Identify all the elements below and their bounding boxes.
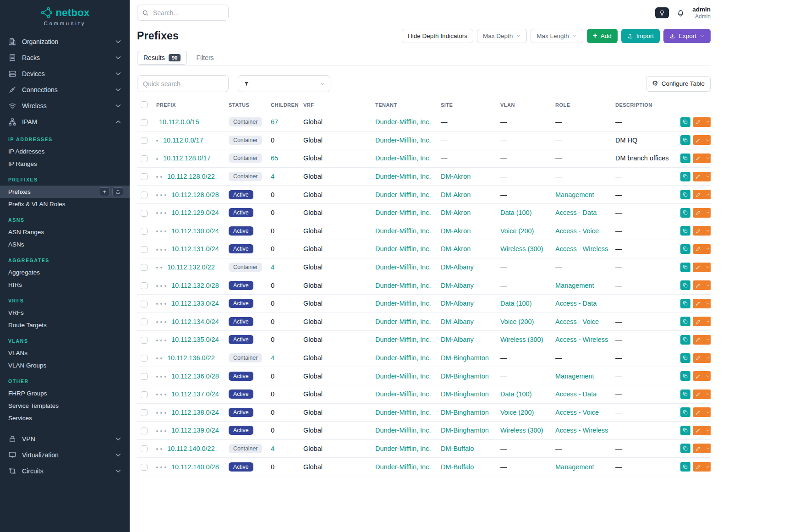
copy-button[interactable] [680,226,690,236]
row-dropdown-button[interactable] [704,280,711,290]
site-link[interactable]: DM-Albany [441,263,474,271]
sidebar-item-aggregates[interactable]: Aggregates [0,266,130,279]
tenant-link[interactable]: Dunder-Mifflin, Inc. [375,354,431,362]
sidebar-item-vrfs[interactable]: VRFs [0,307,130,319]
edit-button[interactable] [693,335,704,345]
tenant-link[interactable]: Dunder-Mifflin, Inc. [375,227,431,235]
tenant-link[interactable]: Dunder-Mifflin, Inc. [375,137,431,144]
row-checkbox[interactable] [141,246,148,253]
prefix-link[interactable]: 10.112.129.0/24 [171,209,219,216]
site-link[interactable]: DM-Akron [441,209,471,216]
edit-button[interactable] [693,353,704,363]
copy-button[interactable] [680,154,690,163]
prefix-link[interactable]: 10.112.133.0/24 [171,300,219,307]
copy-button[interactable] [680,190,690,199]
edit-button[interactable] [693,317,704,326]
edit-button[interactable] [693,263,704,272]
tenant-link[interactable]: Dunder-Mifflin, Inc. [375,300,431,307]
site-link[interactable]: DM-Buffalo [441,445,474,452]
sidebar-item-asns[interactable]: ASNs [0,238,130,251]
tenant-link[interactable]: Dunder-Mifflin, Inc. [375,245,431,252]
row-checkbox[interactable] [141,445,148,452]
row-checkbox[interactable] [141,264,148,271]
row-checkbox[interactable] [141,228,148,235]
row-dropdown-button[interactable] [704,335,711,345]
site-link[interactable]: DM-Akron [441,191,471,198]
tenant-link[interactable]: Dunder-Mifflin, Inc. [375,463,431,471]
vlan-link[interactable]: Wireless (300) [500,245,543,252]
prefix-link[interactable]: 10.112.134.0/24 [171,318,219,325]
prefix-link[interactable]: 10.112.135.0/24 [171,336,219,343]
edit-button[interactable] [693,117,704,127]
sidebar-item-rirs[interactable]: RIRs [0,279,130,291]
row-checkbox[interactable] [141,137,148,144]
role-link[interactable]: Access - Wireless [555,427,608,434]
user-menu[interactable]: admin Admin [692,6,711,20]
site-link[interactable]: DM-Akron [441,245,471,252]
edit-button[interactable] [693,208,704,218]
row-dropdown-button[interactable] [704,172,711,181]
row-checkbox[interactable] [141,428,148,434]
sidebar-item-vlans[interactable]: VLANs [0,347,130,359]
prefix-link[interactable]: 10.112.128.0/22 [167,173,215,180]
tenant-link[interactable]: Dunder-Mifflin, Inc. [375,373,431,380]
sidebar-item-ipam[interactable]: IPAM [0,114,130,130]
column-header-status[interactable]: STATUS [225,101,267,113]
vlan-link[interactable]: Data (100) [500,209,532,216]
copy-button[interactable] [680,208,690,218]
copy-button[interactable] [680,135,690,145]
column-header-role[interactable]: ROLE [552,101,612,113]
row-checkbox[interactable] [141,391,148,398]
tenant-link[interactable]: Dunder-Mifflin, Inc. [375,282,431,289]
tenant-link[interactable]: Dunder-Mifflin, Inc. [375,445,431,452]
add-prefixes-button[interactable]: + [99,187,110,196]
sidebar-item-service-templates[interactable]: Service Templates [0,400,130,412]
quick-search-input[interactable] [137,75,229,92]
tenant-link[interactable]: Dunder-Mifflin, Inc. [375,409,431,416]
tenant-link[interactable]: Dunder-Mifflin, Inc. [375,118,431,126]
prefix-link[interactable]: 10.112.128.0/28 [171,191,219,198]
sidebar-item-vlan-groups[interactable]: VLAN Groups [0,359,130,372]
row-dropdown-button[interactable] [704,444,711,453]
children-link[interactable]: 4 [271,173,274,180]
copy-button[interactable] [680,407,690,417]
copy-button[interactable] [680,444,690,453]
site-link[interactable]: DM-Binghamton [441,409,489,416]
copy-button[interactable] [680,462,690,472]
sidebar-item-connections[interactable]: Connections [0,82,130,98]
children-link[interactable]: 4 [271,263,274,271]
vlan-link[interactable]: Wireless (300) [500,427,543,434]
copy-button[interactable] [680,389,690,399]
prefix-link[interactable]: 10.112.139.0/24 [171,427,219,434]
edit-button[interactable] [693,389,704,399]
row-dropdown-button[interactable] [704,317,711,326]
site-link[interactable]: DM-Albany [441,336,474,343]
edit-button[interactable] [693,154,704,163]
row-dropdown-button[interactable] [704,371,711,381]
role-link[interactable]: Access - Data [555,209,597,216]
tenant-link[interactable]: Dunder-Mifflin, Inc. [375,173,431,180]
row-dropdown-button[interactable] [704,407,711,417]
column-header-description[interactable]: DESCRIPTION [612,101,677,113]
role-link[interactable]: Access - Voice [555,318,599,325]
import-prefixes-button[interactable] [112,187,123,196]
copy-button[interactable] [680,317,690,326]
row-checkbox[interactable] [141,409,148,416]
role-link[interactable]: Management [555,282,594,289]
sidebar-item-fhrp-groups[interactable]: FHRP Groups [0,387,130,400]
site-link[interactable]: DM-Albany [441,300,474,307]
row-checkbox[interactable] [141,464,148,471]
row-checkbox[interactable] [141,373,148,380]
theme-toggle-button[interactable] [655,7,669,18]
vlan-link[interactable]: Wireless (300) [500,336,543,343]
tenant-link[interactable]: Dunder-Mifflin, Inc. [375,209,431,216]
prefix-link[interactable]: 10.112.131.0/24 [171,245,219,252]
edit-button[interactable] [693,244,704,254]
prefix-link[interactable]: 10.112.137.0/24 [171,390,219,398]
prefix-link[interactable]: 10.112.132.0/28 [171,282,219,289]
sidebar-item-asn-ranges[interactable]: ASN Ranges [0,226,130,238]
edit-button[interactable] [693,135,704,145]
row-dropdown-button[interactable] [704,226,711,236]
row-checkbox[interactable] [141,210,148,217]
saved-filter-select[interactable] [255,75,330,92]
